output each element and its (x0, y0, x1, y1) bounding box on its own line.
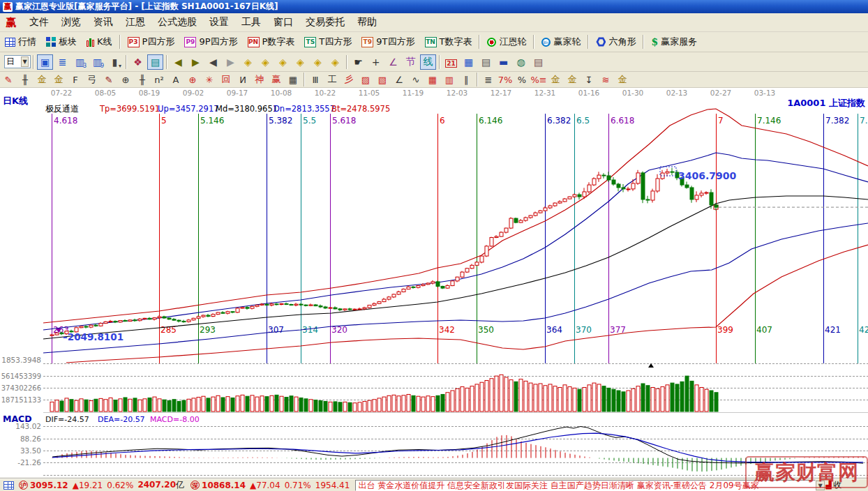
red-grid-icon[interactable]: ▦ (425, 73, 440, 86)
gann-tool-icon[interactable]: ◈ (257, 54, 274, 70)
toolbar-button-P数字表[interactable]: PNP数字表 (243, 34, 300, 50)
gold4-icon[interactable]: 金 (564, 73, 580, 86)
toolbar-button-六角形[interactable]: 六角形 (591, 34, 641, 50)
chart3-icon[interactable]: ▥3 (72, 54, 88, 70)
gann-tool-icon[interactable]: ◈ (310, 54, 326, 70)
clock-circle-icon[interactable]: ⊕ (118, 73, 133, 86)
star-icon[interactable]: ✳ (202, 73, 217, 86)
toolbar-button-江恩轮[interactable]: 江恩轮 (482, 34, 531, 50)
right-status-label: 收 (833, 479, 841, 491)
win-icon[interactable]: 赢 (269, 73, 284, 86)
separator (439, 55, 440, 69)
toolbar-button-赢家服务[interactable]: $赢家服务 (646, 34, 702, 50)
toolbar-button-T四方形[interactable]: TST四方形 (299, 34, 357, 50)
toolbar-button-P四方形[interactable]: P3P四方形 (123, 34, 180, 50)
menu-item-1[interactable]: 浏览 (55, 14, 87, 31)
gann-tool-icon[interactable]: ◈ (240, 54, 256, 70)
gann-tool-icon[interactable]: ◈ (275, 54, 291, 70)
period-combo[interactable]: 日▼ (4, 55, 31, 68)
toolbar-button-板块[interactable]: 板块 (41, 34, 82, 50)
svg-text:307: 307 (268, 325, 284, 335)
down-icon[interactable]: ↧ (581, 73, 597, 86)
toolbar-button-行情[interactable]: 行情 (0, 34, 41, 50)
pct7-icon[interactable]: 7% (497, 73, 513, 86)
list2-icon[interactable]: ≣ (481, 73, 496, 86)
ticker-dropdown-icon[interactable]: ▼ (816, 481, 824, 490)
image-export-icon[interactable]: ◍ (513, 54, 529, 70)
n-line-icon[interactable]: И (235, 73, 250, 86)
fan-box-icon[interactable]: ▨ (358, 73, 373, 86)
gann-tool-icon[interactable]: ◈ (292, 54, 308, 70)
hand-icon[interactable]: ☛ (350, 54, 366, 70)
toolbar-button-K线[interactable]: K线 (82, 34, 117, 50)
shen-icon[interactable]: 神 (252, 73, 267, 86)
figure-icon[interactable]: ❖ (130, 54, 146, 70)
wave-icon[interactable]: ∿ (408, 73, 424, 86)
toolbar-button-T数字表[interactable]: TNT数字表 (420, 34, 477, 50)
a-line-icon[interactable]: A (168, 73, 184, 86)
notebook-icon[interactable]: ▤ (478, 54, 494, 70)
pct-line-icon[interactable]: %≡ (531, 73, 546, 86)
pct-icon[interactable]: % (514, 73, 530, 86)
bars-icon[interactable]: Ⅲ (308, 73, 323, 86)
gold2-icon[interactable]: 金 (51, 73, 66, 86)
first-page-icon[interactable]: ◀ (170, 54, 186, 70)
menu-item-3[interactable]: 江恩 (119, 14, 151, 31)
menu-item-0[interactable]: 文件 (23, 14, 55, 31)
menu-item-2[interactable]: 资讯 (87, 14, 119, 31)
prev-icon[interactable]: ◀ (205, 54, 221, 70)
toolbar-button-赢家轮[interactable]: Big赢家轮 (537, 34, 585, 50)
red-circle-icon[interactable]: ⊕ (185, 73, 200, 86)
gold3-icon[interactable]: 金 (548, 73, 563, 86)
data-grid-icon[interactable]: ▦ (461, 54, 477, 70)
toolbar-button-9T四方形[interactable]: T99T四方形 (357, 34, 419, 50)
rays-icon[interactable]: 彡 (341, 73, 357, 86)
box-grid-icon[interactable]: 回 (218, 73, 234, 86)
toolbar-button-9P四方形[interactable]: P99P四方形 (179, 34, 242, 50)
red-grid2-icon[interactable]: ▥ (442, 73, 457, 86)
chart-canvas[interactable]: 4.61826352855.1462935.3823075.53145.6183… (0, 88, 868, 478)
list-icon[interactable]: ≣ (54, 54, 70, 70)
angle-icon[interactable]: ∠ (385, 54, 401, 70)
gann-tool-icon[interactable]: ◈ (327, 54, 343, 70)
fan-box2-icon[interactable]: ▧ (375, 73, 390, 86)
sheet-icon[interactable]: ▦ (285, 73, 301, 86)
menu-item-6[interactable]: 工具 (235, 14, 267, 31)
menu-item-5[interactable]: 设置 (203, 14, 235, 31)
rhythm-icon[interactable]: 节 (403, 54, 419, 70)
f-ruler-icon[interactable]: F (68, 73, 83, 86)
gold-icon[interactable]: 金 (34, 73, 50, 86)
menu-item-4[interactable]: 公式选股 (151, 14, 203, 31)
crosshair-icon[interactable]: + (368, 54, 384, 70)
candle-style-icon[interactable]: ▮▾ (107, 54, 123, 70)
pen2-icon[interactable]: ✎ (101, 73, 117, 86)
quote-table-icon[interactable] (3, 481, 14, 490)
channel-line-icon[interactable]: 线 (420, 54, 436, 70)
mini-chart-icon[interactable]: ▟ (826, 481, 832, 490)
calendar-icon[interactable]: 21 (443, 54, 459, 70)
toolbar-label: 六角形 (608, 36, 636, 48)
gold5-icon[interactable]: 金 (615, 73, 630, 86)
menu-item-9[interactable]: 帮助 (351, 14, 383, 31)
window-icon[interactable]: ▣ (37, 54, 53, 70)
square-num-icon[interactable]: n² (151, 73, 167, 86)
print-icon[interactable]: ▤ (530, 54, 546, 70)
next-icon[interactable]: ▶ (223, 54, 239, 70)
multi-chart-icon[interactable]: ▤ (147, 54, 163, 70)
bow-icon[interactable]: 弓 (84, 73, 100, 86)
pen-icon[interactable]: ✎ (1, 73, 16, 86)
menu-item-8[interactable]: 交易委托 (299, 14, 351, 31)
svg-text:314: 314 (302, 325, 318, 335)
save-icon[interactable]: ▬ (495, 54, 511, 70)
last-page-icon[interactable]: ▶ (188, 54, 204, 70)
menu-item-7[interactable]: 窗口 (267, 14, 299, 31)
chart9-icon[interactable]: ▥9 (89, 54, 105, 70)
comb-icon[interactable]: ╫ (17, 73, 33, 86)
gong-icon[interactable]: 工 (324, 73, 340, 86)
news-ticker[interactable]: 出台 黄金水道价值提升 信息安全新政引发国际关注 自主国产趋势日渐清晰 赢家资讯… (355, 480, 816, 491)
comb2-icon[interactable]: ╫ (135, 73, 150, 86)
separator (588, 35, 589, 49)
wave2-icon[interactable]: ≋ (598, 73, 613, 86)
angle2-icon[interactable]: ∠ (391, 73, 407, 86)
parallel-icon[interactable]: ∥ (458, 73, 474, 86)
